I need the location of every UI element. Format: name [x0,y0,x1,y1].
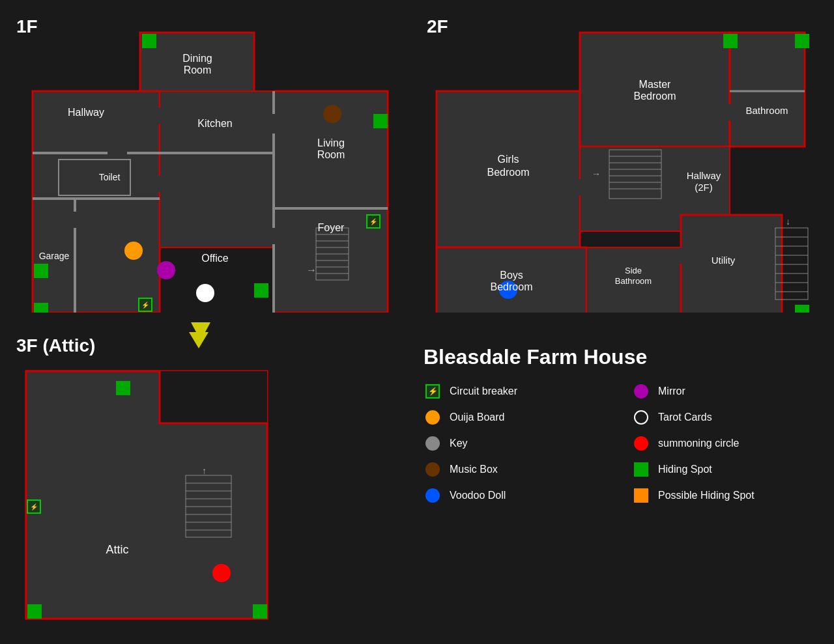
tarot-icon [632,408,650,427]
svg-text:Hallway: Hallway [68,107,104,118]
svg-rect-95 [160,371,267,423]
legend-tarot-label: Tarot Cards [658,412,712,423]
svg-rect-3 [274,91,388,313]
svg-text:→: → [306,264,317,275]
svg-rect-51 [730,33,805,147]
floor-1f: 1F [13,13,391,313]
legend-hiding: Hiding Spot [632,460,814,479]
legend-musicbox: Music Box [424,460,606,479]
svg-text:Bedroom: Bedroom [634,91,676,102]
legend-mirror: Mirror [632,382,814,400]
ouija-icon [424,408,442,427]
svg-text:Toilet: Toilet [99,172,121,182]
legend-musicbox-label: Music Box [450,464,498,475]
svg-text:Garage: Garage [39,251,70,261]
svg-text:Dining: Dining [182,53,212,64]
svg-rect-106 [116,381,130,395]
legend-grid: ⚡ Circuit breaker Mirror Ouija Board Tar… [424,382,814,505]
svg-text:→: → [592,169,601,179]
legend-mirror-label: Mirror [658,385,685,397]
svg-rect-108 [253,604,267,619]
svg-text:Utility: Utility [712,255,736,266]
svg-rect-26 [142,34,156,48]
svg-text:Kitchen: Kitchen [197,118,232,129]
svg-text:Master: Master [639,79,672,90]
legend-summoning-label: summoning circle [658,438,739,449]
hiding-icon [632,460,650,479]
svg-rect-29 [34,264,48,278]
svg-point-36 [157,261,175,279]
mirror-icon [632,382,650,400]
svg-text:Foyer: Foyer [318,222,345,233]
svg-point-38 [323,105,341,123]
svg-text:Girls: Girls [498,154,519,165]
legend-ouija: Ouija Board [424,408,606,427]
svg-text:Attic: Attic [106,543,128,556]
svg-rect-79 [795,34,809,48]
legend-voodoo-label: Voodoo Doll [450,490,506,501]
svg-rect-56 [723,34,738,48]
svg-text:Bathroom: Bathroom [745,105,788,116]
floor-2f: 2F → [424,13,814,313]
musicbox-icon [424,460,442,479]
svg-text:Side: Side [625,266,642,275]
legend-hiding-label: Hiding Spot [658,464,712,475]
svg-text:↑: ↑ [202,466,207,476]
legend-voodoo: Voodoo Doll [424,486,606,505]
legend-key: Key [424,434,606,453]
legend-tarot: Tarot Cards [632,408,814,427]
legend-possible-hiding-label: Possible Hiding Spot [658,490,755,501]
svg-rect-27 [373,114,388,128]
svg-rect-30 [254,283,268,298]
svg-text:(2F): (2F) [695,182,713,193]
svg-text:Room: Room [317,149,345,160]
legend-title: Bleasdale Farm House [424,345,814,369]
floor-down-arrow [191,322,210,341]
legend-possible-hiding: Possible Hiding Spot [632,486,814,505]
floor-1f-svg: → ⚡ ⚡ Dining Room Hallway Kitchen Living [13,13,391,313]
summoning-icon [632,434,650,453]
svg-point-111 [212,564,231,582]
circuit-breaker-icon: ⚡ [424,382,442,400]
legend-ouija-label: Ouija Board [450,412,505,423]
svg-text:⚡: ⚡ [369,217,378,226]
legend-circuit-breaker-label: Circuit breaker [450,385,517,397]
svg-text:⚡: ⚡ [141,301,150,309]
svg-point-35 [124,242,143,260]
legend-circuit-breaker: ⚡ Circuit breaker [424,382,606,400]
floor-3f: 3F (Attic) ↑ ⚡ [13,332,274,632]
floor-2f-svg: → ↓ Girls Bedroom Master Bedroom [424,13,814,313]
svg-text:Bedroom: Bedroom [491,281,533,292]
legend: Bleasdale Farm House ⚡ Circuit breaker M… [424,345,814,505]
svg-point-37 [196,284,214,302]
svg-text:Room: Room [184,64,212,76]
svg-text:Hallway: Hallway [687,170,721,181]
svg-text:Office: Office [201,253,229,264]
svg-text:Bedroom: Bedroom [487,167,530,178]
svg-text:Bathroom: Bathroom [615,276,652,286]
svg-rect-28 [34,303,48,313]
legend-key-label: Key [450,438,468,449]
possible-hiding-icon [632,486,650,505]
svg-text:⚡: ⚡ [30,503,38,511]
svg-rect-80 [795,305,809,313]
svg-text:Living: Living [317,137,345,148]
svg-rect-107 [27,604,42,619]
svg-text:Boys: Boys [500,270,523,281]
svg-text:↓: ↓ [786,216,790,227]
voodoo-icon [424,486,442,505]
svg-rect-2 [160,91,274,247]
key-icon [424,434,442,453]
svg-rect-1 [33,91,160,313]
floor-3f-svg: ↑ ⚡ Attic [13,332,274,632]
legend-summoning: summoning circle [632,434,814,453]
